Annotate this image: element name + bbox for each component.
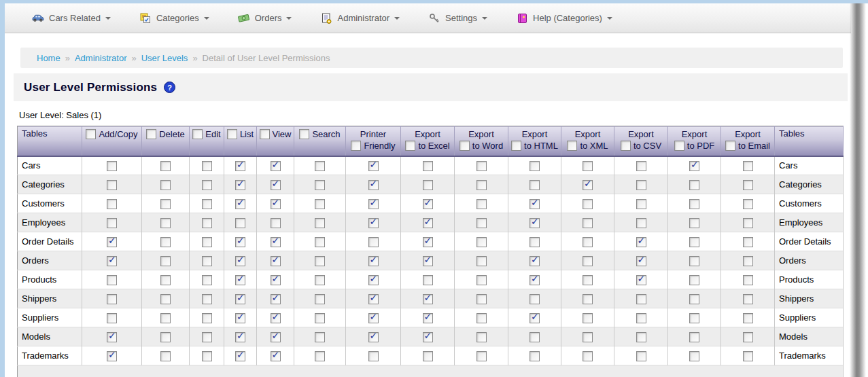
checkbox-categories-delete[interactable] <box>160 180 171 190</box>
checkbox-suppliers-edit[interactable] <box>202 313 212 323</box>
checkbox-employees-export_email[interactable] <box>743 218 753 228</box>
checkbox-customers-add_copy[interactable] <box>107 199 117 209</box>
checkbox-order-details-view[interactable] <box>271 237 281 247</box>
checkbox-products-delete[interactable] <box>160 275 171 285</box>
checkbox-models-delete[interactable] <box>160 332 171 342</box>
checkbox-categories-export_word[interactable] <box>476 180 487 190</box>
checkbox-customers-edit[interactable] <box>202 199 212 209</box>
checkbox-models-export_pdf[interactable] <box>689 332 699 342</box>
checkbox-products-view[interactable] <box>271 275 281 285</box>
checkbox-shippers-edit[interactable] <box>202 294 212 304</box>
checkbox-employees-export_xml[interactable] <box>583 218 593 228</box>
checkbox-suppliers-view[interactable] <box>271 313 281 323</box>
checkbox-order-details-export_csv[interactable] <box>636 237 646 247</box>
checkbox-employees-printer_friendly[interactable] <box>368 218 379 228</box>
checkbox-categories-export_excel[interactable] <box>423 180 433 190</box>
checkbox-orders-export_csv[interactable] <box>636 256 646 266</box>
checkbox-models-edit[interactable] <box>202 332 212 342</box>
checkbox-categories-edit[interactable] <box>202 180 212 190</box>
checkbox-categories-add_copy[interactable] <box>107 180 117 190</box>
checkbox-customers-delete[interactable] <box>160 199 171 209</box>
checkbox-employees-add_copy[interactable] <box>107 218 117 228</box>
checkbox-employees-export_word[interactable] <box>476 218 487 228</box>
checkbox-order-details-list[interactable] <box>235 237 245 247</box>
checkbox-products-edit[interactable] <box>202 275 212 285</box>
checkbox-cars-export_csv[interactable] <box>636 161 646 171</box>
checkbox-order-details-export_email[interactable] <box>743 237 753 247</box>
checkbox-orders-add_copy[interactable] <box>107 256 117 266</box>
checkbox-categories-export_email[interactable] <box>743 180 753 190</box>
checkbox-shippers-export_email[interactable] <box>743 294 753 304</box>
checkbox-suppliers-export_email[interactable] <box>743 313 753 323</box>
checkbox-models-add_copy[interactable] <box>107 332 117 342</box>
checkbox-suppliers-list[interactable] <box>235 313 245 323</box>
checkbox-trademarks-search[interactable] <box>315 351 325 361</box>
header-checkbox-export_excel[interactable] <box>405 141 415 151</box>
checkbox-order-details-export_html[interactable] <box>530 237 540 247</box>
checkbox-customers-list[interactable] <box>235 199 245 209</box>
checkbox-suppliers-add_copy[interactable] <box>107 313 117 323</box>
header-checkbox-export_pdf[interactable] <box>674 141 684 151</box>
breadcrumb-link-user-levels[interactable]: User Levels <box>141 53 188 63</box>
checkbox-orders-export_email[interactable] <box>743 256 753 266</box>
breadcrumb-link-home[interactable]: Home <box>37 53 60 63</box>
checkbox-orders-view[interactable] <box>271 256 281 266</box>
checkbox-employees-export_html[interactable] <box>530 218 540 228</box>
checkbox-customers-export_word[interactable] <box>476 199 487 209</box>
checkbox-trademarks-export_xml[interactable] <box>583 351 593 361</box>
checkbox-models-export_email[interactable] <box>743 332 753 342</box>
checkbox-products-export_excel[interactable] <box>423 275 433 285</box>
checkbox-models-export_html[interactable] <box>530 332 540 342</box>
checkbox-suppliers-delete[interactable] <box>160 313 171 323</box>
checkbox-employees-delete[interactable] <box>160 218 171 228</box>
checkbox-models-printer_friendly[interactable] <box>368 332 379 342</box>
checkbox-products-export_csv[interactable] <box>636 275 646 285</box>
nav-item-categories[interactable]: Categories <box>135 10 213 26</box>
checkbox-order-details-edit[interactable] <box>202 237 212 247</box>
checkbox-suppliers-printer_friendly[interactable] <box>368 313 379 323</box>
checkbox-orders-delete[interactable] <box>160 256 171 266</box>
checkbox-trademarks-export_csv[interactable] <box>636 351 646 361</box>
checkbox-cars-export_html[interactable] <box>530 161 540 171</box>
checkbox-cars-export_word[interactable] <box>476 161 487 171</box>
checkbox-models-export_excel[interactable] <box>423 332 433 342</box>
checkbox-products-printer_friendly[interactable] <box>368 275 379 285</box>
header-checkbox-export_xml[interactable] <box>567 141 577 151</box>
checkbox-products-export_word[interactable] <box>476 275 487 285</box>
checkbox-suppliers-export_word[interactable] <box>476 313 487 323</box>
header-checkbox-view[interactable] <box>260 129 270 139</box>
header-checkbox-delete[interactable] <box>146 129 156 139</box>
checkbox-shippers-view[interactable] <box>271 294 281 304</box>
checkbox-orders-export_html[interactable] <box>530 256 540 266</box>
checkbox-employees-export_csv[interactable] <box>636 218 646 228</box>
checkbox-categories-printer_friendly[interactable] <box>368 180 379 190</box>
checkbox-employees-export_pdf[interactable] <box>689 218 699 228</box>
header-checkbox-add_copy[interactable] <box>86 129 96 139</box>
checkbox-suppliers-export_pdf[interactable] <box>689 313 699 323</box>
header-checkbox-export_word[interactable] <box>459 141 470 151</box>
checkbox-trademarks-add_copy[interactable] <box>107 351 117 361</box>
checkbox-shippers-export_html[interactable] <box>530 294 540 304</box>
nav-item-settings[interactable]: Settings <box>424 10 491 26</box>
nav-item-orders[interactable]: Orders <box>234 10 296 26</box>
checkbox-trademarks-view[interactable] <box>271 351 281 361</box>
checkbox-shippers-printer_friendly[interactable] <box>368 294 379 304</box>
checkbox-customers-export_csv[interactable] <box>636 199 646 209</box>
checkbox-customers-export_xml[interactable] <box>583 199 593 209</box>
checkbox-suppliers-export_html[interactable] <box>530 313 540 323</box>
checkbox-shippers-export_pdf[interactable] <box>689 294 699 304</box>
checkbox-order-details-export_xml[interactable] <box>583 237 593 247</box>
checkbox-shippers-search[interactable] <box>315 294 325 304</box>
header-checkbox-export_html[interactable] <box>511 141 521 151</box>
checkbox-cars-delete[interactable] <box>160 161 171 171</box>
checkbox-shippers-export_excel[interactable] <box>423 294 433 304</box>
checkbox-trademarks-export_word[interactable] <box>476 351 487 361</box>
checkbox-suppliers-export_excel[interactable] <box>423 313 433 323</box>
checkbox-cars-list[interactable] <box>235 161 245 171</box>
checkbox-customers-view[interactable] <box>271 199 281 209</box>
checkbox-employees-search[interactable] <box>315 218 325 228</box>
checkbox-shippers-export_word[interactable] <box>476 294 487 304</box>
checkbox-products-add_copy[interactable] <box>107 275 117 285</box>
checkbox-models-export_csv[interactable] <box>636 332 646 342</box>
checkbox-products-export_xml[interactable] <box>583 275 593 285</box>
